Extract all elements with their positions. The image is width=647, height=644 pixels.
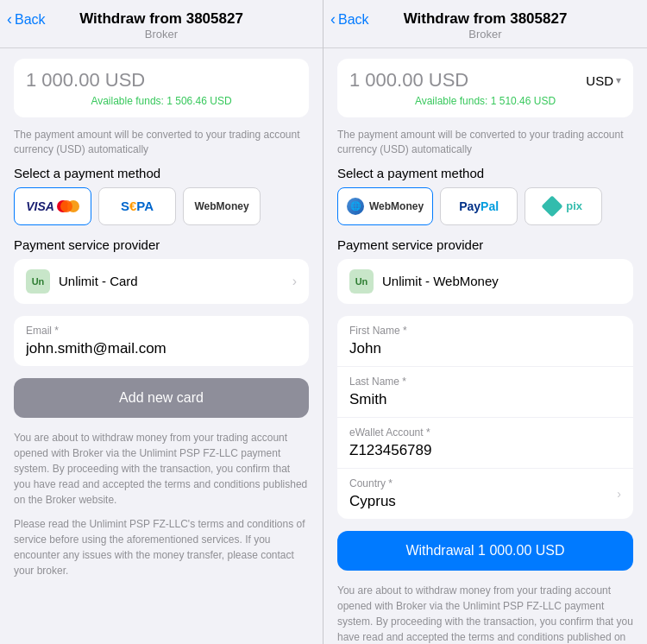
conversion-note-right: The payment amount will be converted to … <box>337 128 633 157</box>
pm-paypal[interactable]: PayPal <box>440 187 518 225</box>
currency-chevron-icon: ▾ <box>616 74 621 86</box>
amount-row-right: 1 000.00 USD USD ▾ <box>349 69 621 92</box>
first-name-input[interactable] <box>349 340 621 357</box>
amount-value-right: 1 000.00 USD <box>349 69 468 92</box>
add-card-button[interactable]: Add new card <box>14 378 309 418</box>
provider-chevron-left: › <box>292 274 297 289</box>
payment-methods-right: 🌐 WebMoney PayPal pix <box>337 187 633 225</box>
back-button-right[interactable]: ‹ Back <box>330 10 369 28</box>
form-fields: First Name * Last Name * eWallet Account… <box>337 316 633 519</box>
withdrawal-label: Withdrawal 1 000.00 USD <box>405 543 564 558</box>
header-right: ‹ Back Withdraw from 3805827 Broker <box>324 0 647 48</box>
sepa-logo: S€PA <box>121 199 154 213</box>
amount-card-left: 1 000.00 USD Available funds: 1 506.46 U… <box>14 59 309 117</box>
back-button-left[interactable]: ‹ Back <box>7 10 46 28</box>
currency-selector[interactable]: USD ▾ <box>586 73 621 88</box>
header-subtitle-right: Broker <box>468 28 501 41</box>
provider-left-section-right: Un Unlimit - WebMoney <box>349 269 499 294</box>
sepa-star: € <box>129 199 136 213</box>
conversion-note-left: The payment amount will be converted to … <box>14 128 309 157</box>
screen-right: ‹ Back Withdraw from 3805827 Broker 1 00… <box>324 0 647 644</box>
header-title-left: Withdraw from 3805827 <box>79 10 243 28</box>
payment-methods-label-left: Select a payment method <box>14 166 309 180</box>
pm-visa[interactable]: VISA <box>14 187 91 225</box>
withdrawal-button[interactable]: Withdrawal 1 000.00 USD <box>337 531 633 571</box>
wm-globe-icon: 🌐 <box>347 198 364 215</box>
provider-label-right: Payment service provider <box>337 237 633 252</box>
email-label: Email * <box>26 325 297 337</box>
country-field[interactable]: Country * Cyprus › <box>337 469 633 519</box>
legal-text-right: You are about to withdraw money from you… <box>337 583 633 644</box>
screen-left: ‹ Back Withdraw from 3805827 Broker 1 00… <box>0 0 324 644</box>
country-content: Country * Cyprus <box>349 477 396 510</box>
webmoney-logo-right: 🌐 WebMoney <box>347 198 424 215</box>
add-card-label: Add new card <box>119 390 204 405</box>
country-label: Country * <box>349 477 396 489</box>
ewallet-label: eWallet Account * <box>349 426 621 439</box>
pix-text: pix <box>566 199 582 212</box>
webmoney-text: WebMoney <box>194 200 248 212</box>
visa-text: VISA <box>26 199 54 213</box>
paypal-text: PayPal <box>459 199 499 213</box>
paypal-logo: PayPal <box>459 199 499 213</box>
back-label-left: Back <box>15 12 46 28</box>
provider-card-left[interactable]: Un Unlimit - Card › <box>14 259 309 304</box>
available-funds-right: Available funds: 1 510.46 USD <box>349 95 621 107</box>
wm-globe-inner: 🌐 <box>350 201 361 211</box>
ewallet-field: eWallet Account * <box>337 418 633 469</box>
first-name-label: First Name * <box>349 325 621 337</box>
pix-logo: pix <box>544 199 582 214</box>
last-name-input[interactable] <box>349 391 621 408</box>
mc-yellow <box>60 200 72 212</box>
email-input[interactable] <box>26 340 297 357</box>
header-title-right: Withdraw from 3805827 <box>404 10 568 28</box>
header-subtitle-left: Broker <box>145 28 178 41</box>
content-left: 1 000.00 USD Available funds: 1 506.46 U… <box>0 48 323 597</box>
last-name-field: Last Name * <box>337 367 633 418</box>
amount-value-left: 1 000.00 USD <box>26 69 297 92</box>
legal-text-1-left: You are about to withdraw money from you… <box>14 430 309 508</box>
legal-text-2-left: Please read the Unlimint PSP FZ-LLC's te… <box>14 516 309 578</box>
provider-card-right[interactable]: Un Unlimit - WebMoney <box>337 259 633 304</box>
back-chevron-icon: ‹ <box>7 10 12 28</box>
provider-name-right: Unlimit - WebMoney <box>382 274 499 288</box>
pm-webmoney-right[interactable]: 🌐 WebMoney <box>337 187 433 225</box>
webmoney-text-right: WebMoney <box>369 200 424 212</box>
back-label-right: Back <box>338 12 369 28</box>
amount-card-right: 1 000.00 USD USD ▾ Available funds: 1 51… <box>337 59 633 117</box>
header-left: ‹ Back Withdraw from 3805827 Broker <box>0 0 323 48</box>
provider-label-left: Payment service provider <box>14 237 309 252</box>
paypal-p2: Pal <box>481 199 499 213</box>
country-row: Country * Cyprus › <box>349 477 621 510</box>
email-field-group: Email * <box>14 316 309 366</box>
back-chevron-icon-right: ‹ <box>330 10 336 28</box>
provider-left-section: Un Unlimit - Card <box>26 269 138 294</box>
webmoney-logo: WebMoney <box>194 200 248 212</box>
content-right: 1 000.00 USD USD ▾ Available funds: 1 51… <box>324 48 647 644</box>
payment-methods-left: VISA S€PA WebMoney <box>14 187 309 225</box>
currency-value: USD <box>586 73 613 88</box>
country-value: Cyprus <box>349 493 396 510</box>
country-arrow-icon: › <box>617 487 621 501</box>
first-name-field: First Name * <box>337 316 633 367</box>
pm-webmoney[interactable]: WebMoney <box>183 187 261 225</box>
pm-sepa[interactable]: S€PA <box>98 187 176 225</box>
ewallet-input[interactable] <box>349 442 621 459</box>
provider-name-left: Unlimit - Card <box>59 274 138 288</box>
payment-methods-label-right: Select a payment method <box>337 166 633 180</box>
last-name-label: Last Name * <box>349 376 621 388</box>
provider-icon-left: Un <box>26 269 50 294</box>
provider-icon-right: Un <box>349 269 374 294</box>
visa-mc-logo: VISA <box>26 199 79 213</box>
paypal-p1: Pay <box>459 199 481 213</box>
available-funds-left: Available funds: 1 506.46 USD <box>26 95 297 107</box>
mc-circles <box>57 200 79 212</box>
pm-pix[interactable]: pix <box>525 187 602 225</box>
pix-diamond-icon <box>541 195 562 217</box>
